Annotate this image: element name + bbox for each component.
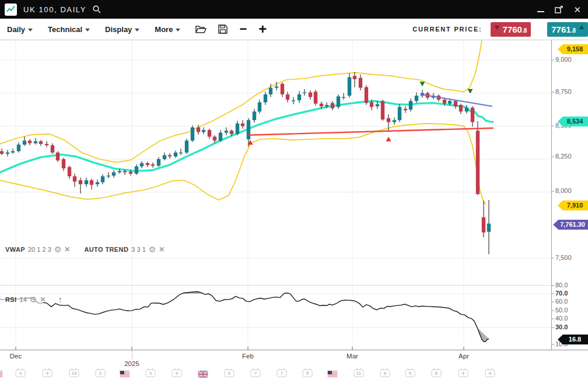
price-tag: 9,158: [558, 44, 588, 54]
calendar-event-icon[interactable]: 10: [69, 370, 79, 377]
calendar-event-icon[interactable]: 6: [225, 370, 235, 377]
calendar-day-number: 4: [16, 370, 26, 377]
candle: [454, 101, 457, 106]
calendar-event-icon[interactable]: 4: [16, 370, 26, 377]
vwap-indicator-label: VWAP: [5, 246, 25, 253]
price-tag: 7,910: [558, 200, 588, 210]
candle: [281, 84, 284, 94]
candle: [45, 144, 48, 145]
autotrend-remove-icon[interactable]: ✕: [159, 245, 164, 254]
vwap-settings-icon[interactable]: ⚙: [54, 247, 62, 252]
sell-price-value: 7760: [503, 24, 522, 34]
calendar-event-icon[interactable]: 5: [405, 370, 415, 377]
time-axis[interactable]: Dec2025FebMarApr441023967751185844: [0, 350, 588, 380]
window-titlebar: UK 100, DAILY ✕: [0, 0, 588, 19]
rsi-collapse-arrow-icon[interactable]: ↑: [58, 294, 62, 304]
candle: [465, 108, 468, 112]
calendar-day-number: 2: [96, 370, 106, 377]
candle: [459, 105, 463, 111]
chevron-down-icon: [176, 29, 180, 31]
calendar-event-icon[interactable]: 4: [43, 370, 52, 377]
candle: [197, 128, 200, 132]
calendar-event-icon[interactable]: 2: [96, 370, 106, 377]
rsi-label-row: RSI 14 ⚙ ✕ ↑: [5, 294, 62, 304]
chart-area[interactable]: VWAP 20 1 2 3 ⚙ ✕ AUTO TREND 3 3 1 ⚙ ✕ R…: [0, 40, 588, 350]
candle: [298, 94, 301, 100]
candle: [23, 140, 26, 145]
us-flag-icon[interactable]: [0, 370, 3, 380]
save-icon[interactable]: [218, 24, 228, 34]
candle: [140, 163, 144, 167]
app-logo-icon: [5, 3, 17, 16]
buy-price-button[interactable]: 7761.8: [547, 22, 588, 37]
calendar-day-number: 7: [277, 370, 287, 377]
zoom-out-icon[interactable]: −: [239, 24, 247, 34]
calendar-event-icon[interactable]: 7: [277, 370, 287, 377]
calendar-event-icon[interactable]: 9: [172, 370, 182, 377]
menu-more[interactable]: More: [155, 25, 180, 34]
candle: [168, 155, 172, 156]
calendar-event-icon[interactable]: 11: [354, 370, 364, 377]
candle: [112, 173, 116, 176]
uk-flag-icon[interactable]: [198, 370, 208, 380]
popout-button[interactable]: [555, 0, 563, 19]
candle: [309, 93, 312, 97]
us-flag-icon[interactable]: [328, 370, 338, 380]
chart-toolbar: DailyTechnicalDisplayMore − + CURRENT PR…: [0, 19, 588, 40]
axis-tick-label: 70.0: [555, 290, 568, 297]
calendar-day-number: 4: [485, 370, 495, 377]
candle: [471, 108, 474, 122]
menu-display[interactable]: Display: [105, 25, 139, 34]
chevron-down-icon: [85, 29, 90, 31]
candle: [476, 131, 480, 194]
candle: [443, 100, 446, 104]
close-button[interactable]: ✕: [573, 0, 581, 19]
candle: [275, 86, 278, 87]
axis-tick-label: 8,000: [555, 187, 572, 194]
candle: [381, 101, 384, 119]
us-flag-icon[interactable]: [120, 370, 130, 380]
candle: [68, 167, 71, 177]
calendar-event-icon[interactable]: 8: [432, 370, 442, 377]
candle: [0, 151, 4, 154]
vwap-line: [0, 101, 493, 172]
calendar-event-icon[interactable]: 3: [146, 370, 156, 377]
open-folder-icon[interactable]: [195, 25, 206, 34]
calendar-event-icon[interactable]: 7: [251, 370, 261, 377]
axis-tick-label: 30.0: [555, 323, 568, 330]
candle: [39, 141, 43, 144]
candle: [241, 124, 244, 126]
candle: [129, 172, 132, 174]
candle: [404, 109, 407, 110]
candle: [331, 103, 334, 108]
calendar-day-number: 3: [146, 370, 156, 377]
menu-daily[interactable]: Daily: [7, 25, 33, 34]
candle: [292, 100, 295, 101]
candle: [163, 155, 166, 159]
calendar-event-icon[interactable]: 4: [459, 370, 468, 377]
menu-technical[interactable]: Technical: [48, 25, 90, 34]
vwap-remove-icon[interactable]: ✕: [64, 245, 70, 254]
sell-price-button[interactable]: 7760.8: [491, 22, 531, 37]
calendar-day-number: 8: [380, 370, 390, 377]
month-label: Dec: [10, 353, 22, 360]
candle: [6, 153, 9, 154]
price-axis[interactable]: 9,0008,7508,5008,2508,0007,50080.070.060…: [551, 40, 588, 350]
band-lower-line: [0, 124, 486, 205]
rsi-remove-icon[interactable]: ✕: [40, 295, 46, 304]
calendar-event-icon[interactable]: 5: [303, 370, 313, 377]
chevron-down-icon: [135, 29, 139, 31]
calendar-day-number: 4: [459, 370, 468, 377]
candle: [146, 163, 149, 165]
calendar-day-number: 6: [225, 370, 235, 377]
zoom-in-icon[interactable]: +: [258, 24, 267, 34]
candle: [230, 131, 233, 134]
calendar-event-icon[interactable]: 4: [485, 370, 495, 377]
month-label: Feb: [242, 353, 254, 360]
autotrend-settings-icon[interactable]: ⚙: [149, 247, 156, 252]
minimize-button[interactable]: [537, 0, 544, 19]
calendar-event-icon[interactable]: 8: [380, 370, 390, 377]
candle: [191, 128, 194, 141]
rsi-settings-icon[interactable]: ⚙: [30, 297, 37, 302]
search-icon[interactable]: [92, 5, 102, 14]
